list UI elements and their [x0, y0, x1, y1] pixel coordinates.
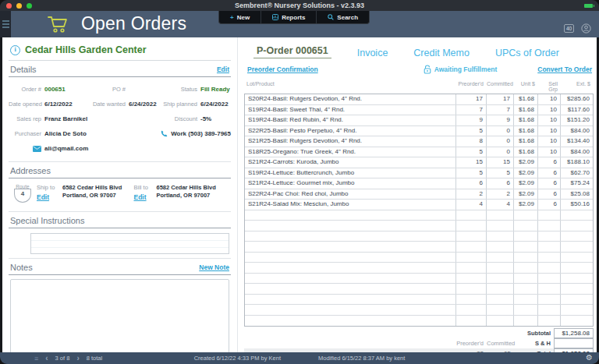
cell-preordered: [455, 210, 486, 221]
cell-preordered: [455, 305, 486, 315]
cell-product: S21R24-Lettuce: Gourmet mix, Jumbo: [245, 178, 455, 189]
details-edit-link[interactable]: Edit: [217, 65, 229, 73]
cell-product: [245, 231, 455, 242]
table-row[interactable]: S21R25-Basil: Rutgers Devotion, 4" Rnd.8…: [245, 136, 593, 147]
toolbar: + New Reports Search: [218, 11, 370, 24]
page-title: Open Orders: [81, 13, 186, 34]
cell-committed: [486, 274, 513, 284]
ship-planned-value: 6/24/2022: [200, 101, 231, 108]
po-number-label: PO #: [90, 86, 126, 93]
preorder-confirmation-link[interactable]: Preorder Confirmation: [247, 65, 318, 73]
cell-sellgrp: 10: [537, 136, 560, 147]
tab-p-order[interactable]: P-Order 000651: [253, 45, 331, 58]
info-icon[interactable]: i: [10, 45, 20, 55]
phone-icon: [161, 130, 168, 137]
cell-unit: [513, 263, 537, 273]
reports-button[interactable]: Reports: [261, 11, 316, 23]
table-row[interactable]: S22R25-Basil: Pesto Perpetuo, 4" Rnd.50$…: [245, 126, 593, 137]
table-row-empty: [245, 274, 593, 284]
tab-credit-memo[interactable]: Credit Memo: [413, 48, 470, 58]
notification-count-badge[interactable]: 40: [564, 24, 574, 33]
cell-preordered: 15: [455, 157, 486, 168]
cell-product: S21R24-Salad Mix: Mesclun, Jumbo: [245, 200, 455, 210]
search-button[interactable]: Search: [316, 11, 369, 23]
fulfillment-status: Awaiting Fulfillment: [424, 65, 498, 74]
date-wanted-label: Date wanted: [90, 101, 126, 108]
cell-unit: $1.68: [513, 94, 537, 104]
cell-committed: 0: [486, 126, 513, 136]
table-row[interactable]: S19R24-Basil: Red Rubin, 4" Rnd.99$1.681…: [245, 115, 593, 126]
col-unit: Unit $: [514, 81, 538, 92]
cell-product: S19R24-Basil: Sweet Thai, 4" Rnd.: [245, 105, 455, 115]
ship-to-address-line1: 6582 Cedar Hills Blvd: [62, 184, 134, 192]
new-button[interactable]: + New: [219, 11, 261, 23]
cell-preordered: [455, 316, 486, 327]
notes-section-header: Notes New Note: [9, 258, 231, 275]
notes-area[interactable]: [10, 279, 229, 364]
details-section-header: Details Edit: [9, 61, 231, 77]
table-row[interactable]: S21R24-Lettuce: Gourmet mix, Jumbo66$2.0…: [245, 178, 593, 189]
table-row-empty: [245, 210, 593, 221]
table-row[interactable]: S21R24-Salad Mix: Mesclun, Jumbo44$2.096…: [245, 200, 593, 210]
sh-label: S & H: [514, 340, 554, 347]
cell-preordered: [455, 295, 486, 305]
cell-ext: [560, 305, 593, 315]
settings-gear-icon[interactable]: ⚙: [586, 353, 593, 362]
cell-committed: 5: [486, 168, 513, 178]
cell-committed: 9: [486, 115, 513, 125]
col-lot-product: Lot/Product: [244, 81, 456, 92]
phone-link[interactable]: Work (503) 389-7965: [161, 130, 231, 137]
cell-sellgrp: 10: [537, 147, 560, 157]
cell-sellgrp: 6: [537, 168, 560, 178]
record-list-icon[interactable]: ≡: [34, 355, 38, 362]
cell-product: [245, 316, 455, 327]
bill-to-edit-link[interactable]: Edit: [134, 193, 154, 201]
cell-preordered: 6: [455, 178, 486, 189]
hamburger-menu-button[interactable]: [0, 11, 11, 37]
table-row[interactable]: S21R24-Carrots: Kuroda, Jumbo1515$2.096$…: [245, 157, 593, 168]
cell-preordered: [455, 263, 486, 273]
cell-committed: [486, 295, 513, 305]
cell-unit: [513, 295, 537, 305]
details-grid: Order # 000651 PO # Status Fill Ready Da…: [9, 77, 231, 157]
cell-committed: 6: [486, 178, 513, 189]
search-icon: [328, 14, 334, 20]
cell-preordered: [455, 274, 486, 284]
cell-unit: $1.68: [513, 136, 537, 147]
new-note-link[interactable]: New Note: [199, 263, 229, 271]
committed-total-label: Committed: [487, 340, 514, 347]
table-row-empty: [245, 231, 593, 242]
cell-committed: 0: [486, 136, 513, 147]
cell-product: S22R25-Basil: Pesto Perpetuo, 4" Rnd.: [245, 126, 455, 136]
cell-product: [245, 284, 455, 294]
table-row-empty: [245, 263, 593, 274]
tab-upcs-of-order[interactable]: UPCs of Order: [495, 48, 559, 58]
col-ext: Ext. $: [561, 81, 594, 92]
bill-to-label: Bill to: [134, 184, 154, 191]
previous-record-button[interactable]: ‹: [45, 355, 48, 362]
table-row[interactable]: S22R24-Pac Choi: Red choi, Jumbo22$2.096…: [245, 189, 593, 200]
addresses-row: Route 4 Ship to Edit 6582 Cedar Hills Bl…: [9, 178, 231, 207]
table-row[interactable]: S18R25-Oregano: True Greek, 4" Rnd.50$1.…: [245, 147, 593, 158]
next-record-button[interactable]: ›: [76, 355, 79, 362]
email-link[interactable]: ali@qmail.com: [44, 145, 88, 152]
convert-to-order-link[interactable]: Convert To Order: [537, 65, 592, 73]
order-number-value: 000651: [44, 86, 90, 93]
user-account-icon[interactable]: [581, 23, 591, 34]
cell-unit: [513, 274, 537, 284]
cell-product: S21R25-Basil: Rutgers Devotion, 4" Rnd.: [245, 136, 455, 147]
table-row[interactable]: S19R24-Basil: Sweet Thai, 4" Rnd.77$1.68…: [245, 105, 593, 116]
special-instructions-input[interactable]: [30, 233, 229, 254]
sh-input[interactable]: [554, 338, 594, 348]
cell-committed: 15: [486, 157, 513, 168]
cell-unit: $1.68: [513, 105, 537, 115]
cell-unit: $1.68: [513, 147, 537, 157]
order-number-label: Order #: [9, 86, 41, 93]
ship-to-edit-link[interactable]: Edit: [37, 193, 60, 201]
tab-invoice[interactable]: Invoice: [357, 48, 388, 58]
table-row[interactable]: S19R24-Lettuce: Buttercrunch, Jumbo55$2.…: [245, 168, 593, 179]
cell-preordered: [455, 242, 486, 252]
table-row[interactable]: S20R24-Basil: Rutgers Devotion, 4" Rnd.1…: [245, 94, 593, 105]
cell-unit: [513, 221, 537, 231]
cell-unit: $2.09: [513, 200, 537, 210]
